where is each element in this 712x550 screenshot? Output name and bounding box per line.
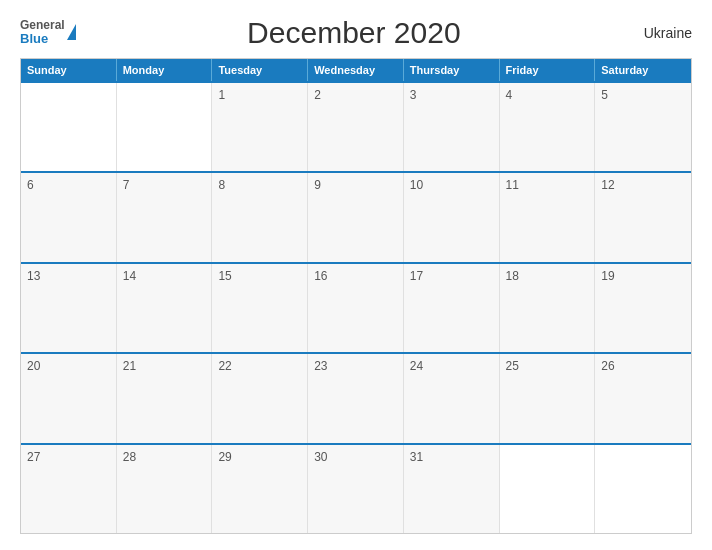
header: General Blue December 2020 Ukraine	[20, 16, 692, 50]
day-number: 22	[218, 359, 231, 373]
header-sunday: Sunday	[21, 59, 117, 81]
day-number: 11	[506, 178, 519, 192]
day-number: 16	[314, 269, 327, 283]
day-cell-w1-d6: 4	[500, 83, 596, 171]
day-number: 23	[314, 359, 327, 373]
day-number: 5	[601, 88, 608, 102]
day-cell-w3-d1: 13	[21, 264, 117, 352]
week-row-1: 12345	[21, 81, 691, 171]
header-thursday: Thursday	[404, 59, 500, 81]
day-cell-w3-d2: 14	[117, 264, 213, 352]
day-cell-w3-d7: 19	[595, 264, 691, 352]
day-cell-w1-d2	[117, 83, 213, 171]
country-label: Ukraine	[632, 25, 692, 41]
week-row-3: 13141516171819	[21, 262, 691, 352]
day-cell-w5-d6	[500, 445, 596, 533]
day-cell-w4-d4: 23	[308, 354, 404, 442]
day-number: 13	[27, 269, 40, 283]
day-number: 21	[123, 359, 136, 373]
day-number: 17	[410, 269, 423, 283]
header-monday: Monday	[117, 59, 213, 81]
day-number: 8	[218, 178, 225, 192]
day-cell-w2-d6: 11	[500, 173, 596, 261]
day-number: 30	[314, 450, 327, 464]
logo: General Blue	[20, 19, 76, 46]
day-cell-w4-d7: 26	[595, 354, 691, 442]
day-cell-w5-d7	[595, 445, 691, 533]
day-cell-w2-d7: 12	[595, 173, 691, 261]
day-number: 18	[506, 269, 519, 283]
day-cell-w4-d1: 20	[21, 354, 117, 442]
day-number: 9	[314, 178, 321, 192]
day-cell-w5-d1: 27	[21, 445, 117, 533]
header-tuesday: Tuesday	[212, 59, 308, 81]
day-number: 29	[218, 450, 231, 464]
day-number: 27	[27, 450, 40, 464]
logo-triangle-icon	[67, 24, 76, 40]
day-cell-w3-d5: 17	[404, 264, 500, 352]
day-cell-w3-d6: 18	[500, 264, 596, 352]
day-number: 6	[27, 178, 34, 192]
day-number: 15	[218, 269, 231, 283]
day-cell-w4-d6: 25	[500, 354, 596, 442]
calendar-header: Sunday Monday Tuesday Wednesday Thursday…	[21, 59, 691, 81]
day-cell-w3-d4: 16	[308, 264, 404, 352]
day-number: 10	[410, 178, 423, 192]
day-cell-w2-d3: 8	[212, 173, 308, 261]
day-number: 4	[506, 88, 513, 102]
header-wednesday: Wednesday	[308, 59, 404, 81]
week-row-4: 20212223242526	[21, 352, 691, 442]
day-cell-w4-d5: 24	[404, 354, 500, 442]
day-cell-w4-d2: 21	[117, 354, 213, 442]
header-friday: Friday	[500, 59, 596, 81]
day-cell-w1-d5: 3	[404, 83, 500, 171]
day-cell-w2-d4: 9	[308, 173, 404, 261]
day-number: 3	[410, 88, 417, 102]
day-cell-w1-d3: 1	[212, 83, 308, 171]
day-number: 2	[314, 88, 321, 102]
logo-blue-text: Blue	[20, 32, 65, 46]
day-number: 25	[506, 359, 519, 373]
day-number: 31	[410, 450, 423, 464]
day-number: 7	[123, 178, 130, 192]
day-cell-w3-d3: 15	[212, 264, 308, 352]
day-number: 28	[123, 450, 136, 464]
day-cell-w2-d1: 6	[21, 173, 117, 261]
calendar-page: General Blue December 2020 Ukraine Sunda…	[0, 0, 712, 550]
page-title: December 2020	[76, 16, 632, 50]
day-cell-w5-d5: 31	[404, 445, 500, 533]
day-cell-w5-d4: 30	[308, 445, 404, 533]
day-cell-w1-d1	[21, 83, 117, 171]
day-number: 24	[410, 359, 423, 373]
week-row-2: 6789101112	[21, 171, 691, 261]
calendar-body: 1234567891011121314151617181920212223242…	[21, 81, 691, 533]
day-number: 26	[601, 359, 614, 373]
header-saturday: Saturday	[595, 59, 691, 81]
day-number: 14	[123, 269, 136, 283]
day-cell-w4-d3: 22	[212, 354, 308, 442]
week-row-5: 2728293031	[21, 443, 691, 533]
day-number: 1	[218, 88, 225, 102]
logo-text: General Blue	[20, 19, 65, 46]
calendar: Sunday Monday Tuesday Wednesday Thursday…	[20, 58, 692, 534]
day-cell-w5-d3: 29	[212, 445, 308, 533]
day-number: 20	[27, 359, 40, 373]
day-cell-w2-d5: 10	[404, 173, 500, 261]
day-cell-w1-d4: 2	[308, 83, 404, 171]
day-cell-w5-d2: 28	[117, 445, 213, 533]
day-number: 19	[601, 269, 614, 283]
day-cell-w2-d2: 7	[117, 173, 213, 261]
day-number: 12	[601, 178, 614, 192]
day-cell-w1-d7: 5	[595, 83, 691, 171]
